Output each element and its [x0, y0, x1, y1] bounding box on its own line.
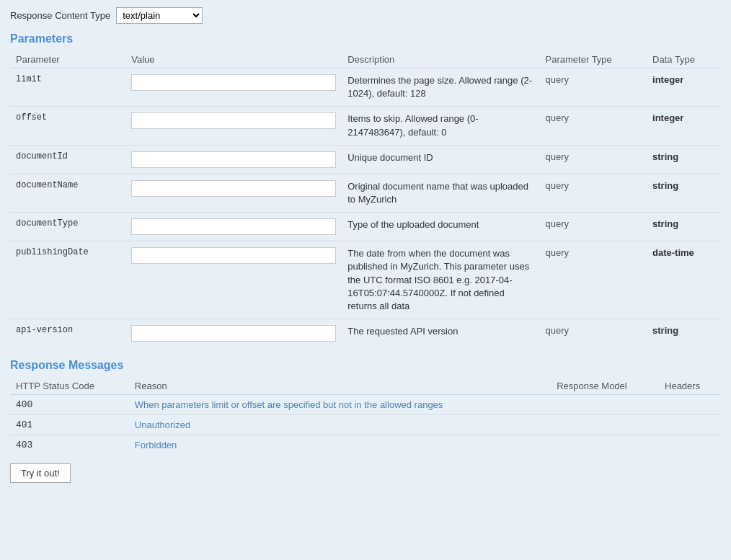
table-row: api-versionThe requested API versionquer… [10, 319, 721, 348]
col-reason: Reason [129, 378, 551, 395]
param-value-cell [125, 68, 342, 107]
param-name: documentName [10, 174, 125, 212]
param-value-cell [125, 174, 342, 212]
param-data-type: string [647, 319, 721, 348]
param-data-type: string [647, 213, 721, 241]
param-value-input[interactable] [131, 247, 336, 264]
param-value-input[interactable] [131, 325, 336, 342]
col-description: Description [342, 51, 539, 68]
col-response-model: Response Model [551, 378, 659, 395]
reason: Unauthorized [129, 415, 551, 435]
response-messages-title: Response Messages [10, 359, 721, 372]
param-name: documentId [10, 145, 125, 174]
param-description: The requested API version [342, 319, 539, 348]
param-description: Original document name that was uploaded… [342, 174, 539, 212]
response-content-type-row: Response Content Type text/plain applica… [10, 7, 721, 24]
param-type: query [540, 213, 647, 241]
try-it-out-section: Try it out! [10, 463, 721, 483]
param-name: publishingDate [10, 241, 125, 319]
param-value-cell [125, 241, 342, 319]
param-name: documentType [10, 213, 125, 241]
param-value-input[interactable] [131, 180, 336, 197]
col-headers: Headers [659, 378, 721, 395]
table-row: limitDetermines the page size. Allowed r… [10, 68, 721, 107]
response-messages-table: HTTP Status Code Reason Response Model H… [10, 378, 721, 455]
param-type: query [540, 145, 647, 174]
param-name: offset [10, 107, 125, 145]
status-code: 401 [10, 415, 129, 435]
param-data-type: date-time [647, 241, 721, 319]
col-data-type: Data Type [647, 51, 721, 68]
param-value-cell [125, 145, 342, 174]
main-container: Response Content Type text/plain applica… [0, 0, 731, 560]
param-value-input[interactable] [131, 151, 336, 168]
param-value-input[interactable] [131, 74, 336, 91]
table-row: documentNameOriginal document name that … [10, 174, 721, 212]
parameters-table: Parameter Value Description Parameter Ty… [10, 51, 721, 347]
param-name: limit [10, 68, 125, 107]
param-data-type: integer [647, 107, 721, 145]
col-value: Value [125, 51, 342, 68]
parameters-title: Parameters [10, 32, 721, 45]
response-model [551, 395, 659, 415]
param-value-input[interactable] [131, 112, 336, 129]
reason: Forbidden [129, 435, 551, 455]
table-row: documentTypeType of the uploaded documen… [10, 213, 721, 241]
reason: When parameters limit or offset are spec… [129, 395, 551, 415]
table-row: 401Unauthorized [10, 415, 721, 435]
status-code: 400 [10, 395, 129, 415]
param-description: Determines the page size. Allowed range … [342, 68, 539, 107]
param-description: The date from when the document was publ… [342, 241, 539, 319]
response-headers [659, 395, 721, 415]
col-parameter: Parameter [10, 51, 125, 68]
table-row: offsetItems to skip. Allowed range (0-21… [10, 107, 721, 145]
param-data-type: string [647, 145, 721, 174]
param-data-type: string [647, 174, 721, 212]
response-model [551, 415, 659, 435]
col-status-code: HTTP Status Code [10, 378, 129, 395]
response-model [551, 435, 659, 455]
param-value-input[interactable] [131, 218, 336, 235]
response-messages-section: Response Messages HTTP Status Code Reaso… [10, 359, 721, 455]
param-description: Unique document ID [342, 145, 539, 174]
response-content-type-label: Response Content Type [10, 10, 110, 21]
param-value-cell [125, 213, 342, 241]
table-row: documentIdUnique document IDquerystring [10, 145, 721, 174]
param-description: Items to skip. Allowed range (0-21474836… [342, 107, 539, 145]
param-name: api-version [10, 319, 125, 348]
param-type: query [540, 319, 647, 348]
param-value-cell [125, 319, 342, 348]
param-type: query [540, 174, 647, 212]
response-content-type-select[interactable]: text/plain application/json application/… [116, 7, 203, 24]
col-parameter-type: Parameter Type [540, 51, 647, 68]
param-type: query [540, 68, 647, 107]
param-type: query [540, 107, 647, 145]
response-headers [659, 415, 721, 435]
param-description: Type of the uploaded document [342, 213, 539, 241]
param-type: query [540, 241, 647, 319]
try-it-out-button[interactable]: Try it out! [10, 463, 71, 483]
table-row: 400When parameters limit or offset are s… [10, 395, 721, 415]
status-code: 403 [10, 435, 129, 455]
param-value-cell [125, 107, 342, 145]
table-row: publishingDateThe date from when the doc… [10, 241, 721, 319]
param-data-type: integer [647, 68, 721, 107]
response-headers [659, 435, 721, 455]
table-row: 403Forbidden [10, 435, 721, 455]
